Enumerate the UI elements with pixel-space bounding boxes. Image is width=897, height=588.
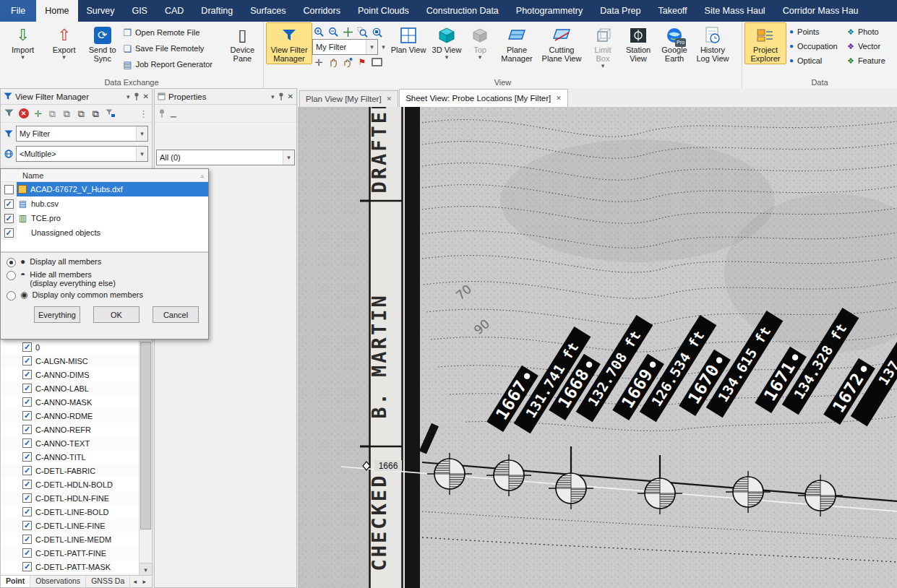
tab-home[interactable]: Home: [36, 0, 77, 22]
chevron-down-icon[interactable]: ▾: [366, 40, 377, 54]
checkbox[interactable]: ✓: [22, 452, 32, 462]
import-button[interactable]: ⇩ Import ▾: [2, 22, 43, 61]
bottom-tab-gnss[interactable]: GNSS Da: [86, 576, 130, 587]
checkbox[interactable]: ✓: [22, 438, 32, 448]
checkbox[interactable]: ✓: [22, 466, 32, 475]
scrollbar-thumb[interactable]: [140, 342, 151, 529]
optical-button[interactable]: ● Optical: [786, 53, 844, 68]
pin-icon[interactable]: [159, 109, 165, 118]
tab-sheet-view[interactable]: Sheet View: Probe Locations [My Filter] …: [399, 89, 568, 107]
tab-scroll-right-icon[interactable]: ▸: [140, 576, 149, 587]
viewport-rect-icon[interactable]: [370, 56, 383, 69]
checkbox[interactable]: ✓: [22, 370, 32, 379]
toolbar-overflow-icon[interactable]: ⋮: [137, 107, 150, 121]
photo-button[interactable]: ❖ Photo: [844, 25, 895, 39]
select-move-icon[interactable]: ✛: [312, 56, 325, 69]
plane-manager-button[interactable]: Plane Manager: [496, 22, 538, 64]
layer-row[interactable]: ✓C-DETL-LINE-FINE: [1, 519, 140, 532]
filter-layers-icon[interactable]: [103, 107, 117, 121]
close-icon[interactable]: ✕: [288, 92, 293, 100]
member-row[interactable]: ✓ ▥TCE.pro: [1, 211, 208, 225]
checkbox[interactable]: ✓: [22, 480, 32, 489]
close-icon[interactable]: ✕: [556, 95, 562, 102]
layer-row[interactable]: ✓C-ANNO-DIMS: [1, 368, 140, 381]
sheet-view-canvas[interactable]: 70 90 DRAFTED B. MARTIN CHE: [298, 107, 897, 588]
cutting-plane-view-button[interactable]: Cutting Plane View: [538, 22, 585, 64]
pan-icon[interactable]: [341, 25, 354, 38]
cancel-button[interactable]: Cancel: [153, 306, 199, 323]
layers-show-icon[interactable]: ⧉: [60, 107, 74, 121]
tab-corridors[interactable]: Corridors: [294, 0, 348, 22]
member-row[interactable]: ACAD-67672_V_Hubs.dxf: [1, 182, 208, 196]
radio-display-all[interactable]: ● Display all members: [7, 257, 202, 267]
drawing-canvas[interactable]: 70 90 DRAFTED B. MARTIN CHE: [298, 107, 897, 588]
tab-data-prep[interactable]: Data Prep: [591, 0, 649, 22]
job-report-generator-button[interactable]: ▤ Job Report Generator: [120, 56, 223, 72]
layer-row[interactable]: ✓C-DETL-PATT-MASK: [1, 560, 140, 574]
tab-gis[interactable]: GIS: [123, 0, 156, 22]
tab-file[interactable]: File: [0, 0, 36, 22]
open-remote-file-button[interactable]: ❐ Open Remote File: [120, 25, 223, 40]
layer-row[interactable]: ✓C-ALGN-MISC: [1, 354, 140, 368]
scroll-down-button[interactable]: ▾: [140, 563, 152, 576]
zoom-extents-icon[interactable]: [370, 25, 383, 38]
minimize-icon[interactable]: ▁: [171, 110, 176, 117]
zoom-out-icon[interactable]: [327, 25, 340, 38]
everything-button[interactable]: Everything: [34, 306, 80, 323]
close-icon[interactable]: ✕: [143, 92, 149, 100]
checkbox[interactable]: ✓: [22, 507, 32, 516]
radio-button[interactable]: [7, 271, 16, 280]
top-view-button[interactable]: Top ▾: [464, 22, 496, 61]
pin-icon[interactable]: [134, 92, 140, 100]
chevron-down-icon[interactable]: ▾: [136, 147, 147, 161]
limit-box-button[interactable]: Limit Box ▾: [585, 22, 620, 70]
checkbox[interactable]: ✓: [4, 199, 14, 209]
checkbox[interactable]: ✓: [4, 228, 14, 238]
member-row[interactable]: ✓ ▤hub.csv: [1, 196, 208, 211]
tab-corridor-mass-haul[interactable]: Corridor Mass Hau: [774, 0, 867, 22]
checkbox[interactable]: ✓: [22, 384, 32, 393]
tab-plan-view[interactable]: Plan View [My Filter] ✕: [299, 90, 398, 107]
chevron-down-icon[interactable]: ▾: [136, 126, 147, 141]
flag-icon[interactable]: ⚑: [356, 56, 369, 69]
tab-drafting[interactable]: Drafting: [192, 0, 241, 22]
vector-button[interactable]: ❖ Vector: [844, 39, 895, 53]
pin-icon[interactable]: [278, 92, 284, 100]
checkbox[interactable]: ✓: [22, 521, 32, 530]
bottom-tab-observations[interactable]: Observations: [30, 576, 86, 587]
history-log-view-button[interactable]: History Log View: [692, 22, 733, 64]
layer-row[interactable]: ✓C-DETL-PATT-FINE: [1, 546, 140, 560]
chevron-down-icon[interactable]: ▾: [126, 94, 130, 100]
radio-button[interactable]: [7, 258, 16, 267]
layer-row[interactable]: ✓C-DETL-HDLN-BOLD: [1, 477, 140, 491]
filter-dropdown-button[interactable]: ▾: [379, 40, 387, 53]
feature-button[interactable]: ❖ Feature: [844, 53, 895, 68]
chevron-down-icon[interactable]: ▾: [271, 94, 275, 100]
layer-list-scrollbar[interactable]: ▾: [139, 340, 152, 576]
member-list-header[interactable]: Name ▵: [1, 169, 208, 182]
layer-row[interactable]: ✓C-ANNO-RDME: [1, 409, 140, 423]
google-earth-button[interactable]: Pro Google Earth: [656, 22, 692, 64]
tab-takeoff[interactable]: Takeoff: [650, 0, 696, 22]
layer-row[interactable]: ✓C-ANNO-TITL: [1, 450, 140, 464]
layer-row[interactable]: ✓C-DETL-LINE-BOLD: [1, 505, 140, 519]
layer-row[interactable]: ✓0: [1, 340, 140, 354]
tab-scroll-left-icon[interactable]: ◂: [130, 576, 140, 587]
layer-row[interactable]: ✓C-ANNO-REFR: [1, 423, 140, 436]
checkbox[interactable]: [4, 185, 14, 194]
ok-button[interactable]: OK: [93, 306, 140, 323]
checkbox[interactable]: ✓: [22, 356, 32, 366]
layer-row[interactable]: ✓C-DETL-HDLN-FINE: [1, 491, 140, 505]
save-file-remotely-button[interactable]: ❏ Save File Remotely: [120, 40, 223, 56]
layer-row[interactable]: ✓C-ANNO-MASK: [1, 395, 140, 409]
station-view-button[interactable]: Station View: [620, 22, 656, 64]
checkbox[interactable]: ✓: [4, 214, 14, 223]
grab-hand-icon[interactable]: [341, 56, 354, 69]
checkbox[interactable]: ✓: [22, 425, 32, 434]
project-explorer-button[interactable]: Project Explorer: [744, 22, 786, 64]
close-icon[interactable]: ✕: [387, 95, 392, 103]
checkbox[interactable]: ✓: [22, 548, 32, 558]
layer-row[interactable]: ✓C-ANNO-LABL: [1, 381, 140, 395]
tab-point-clouds[interactable]: Point Clouds: [349, 0, 418, 22]
checkbox[interactable]: ✓: [22, 562, 32, 571]
